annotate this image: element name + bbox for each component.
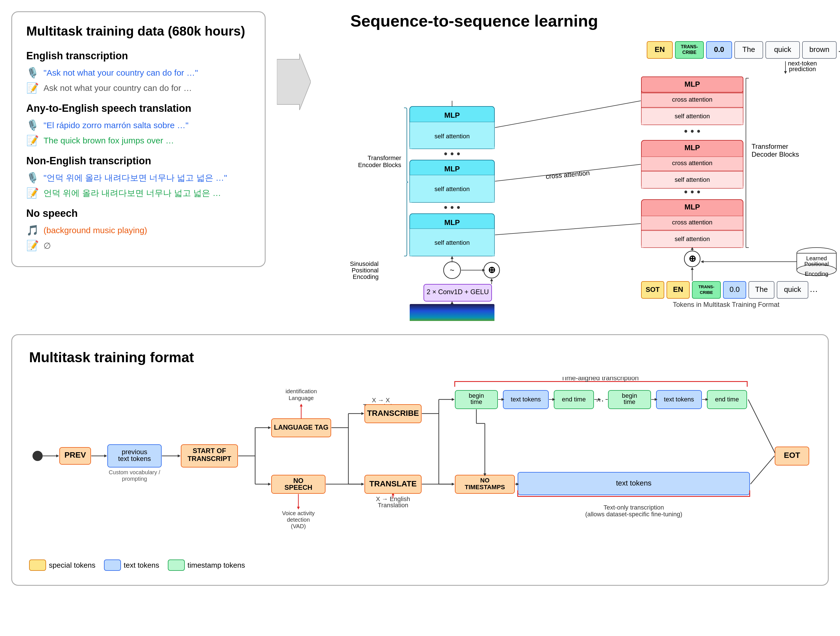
section-english-title: English transcription (26, 50, 251, 62)
nonenglish-text-1: "언덕 위에 올라 내려다보면 너무나 넓고 넓은 …" (44, 172, 227, 184)
svg-text:brown: brown (810, 45, 829, 54)
main-container: Multitask training data (680k hours) Eng… (0, 0, 840, 597)
big-arrow (277, 54, 311, 110)
nospeech-text-1: (background music playing) (44, 225, 147, 235)
bottom-section: Multitask training format PREV previous … (11, 334, 829, 586)
svg-text:The: The (742, 45, 755, 54)
svg-text:self attention: self attention (675, 235, 710, 242)
mic-icon-3: 🎙️ (26, 172, 39, 184)
svg-marker-68 (691, 267, 694, 270)
svg-marker-51 (701, 260, 704, 263)
english-text-1: "Ask not what your country can do for …" (44, 68, 198, 78)
svg-text:self attention: self attention (434, 239, 470, 246)
svg-text:TRANS-: TRANS- (698, 284, 715, 289)
svg-text:end time: end time (715, 396, 739, 403)
encoder-decoder-svg: EN TRANS- CRIBE 0.0 The quick brown … (322, 39, 840, 321)
nospeech-item-1: 🎵 (background music playing) (26, 224, 251, 236)
svg-text:end time: end time (562, 396, 586, 403)
legend-timestamp-label: timestamp tokens (188, 561, 245, 570)
svg-text:self attention: self attention (434, 133, 470, 140)
svg-marker-176 (452, 398, 455, 401)
nospeech-text-2: ∅ (44, 241, 51, 251)
svg-text:LANGUAGE TAG: LANGUAGE TAG (274, 423, 328, 431)
svg-text:TRANSLATE: TRANSLATE (369, 479, 417, 488)
svg-text:text tokens: text tokens (664, 396, 694, 403)
legend-timestamp: timestamp tokens (168, 559, 245, 571)
svg-text:previous: previous (122, 448, 147, 456)
svg-rect-226 (749, 490, 750, 496)
svg-text:2 × Conv1D + GELU: 2 × Conv1D + GELU (426, 288, 489, 296)
pencil-icon-2: 📝 (26, 135, 39, 146)
svg-text:MLP: MLP (444, 218, 460, 227)
svg-text:Tokens in Multitask Training F: Tokens in Multitask Training Format (673, 301, 780, 308)
nonenglish-text-2: 언덕 위에 올라 내려다보면 너무나 넓고 넓은 … (44, 187, 221, 199)
svg-text:MLP: MLP (685, 203, 700, 211)
svg-text:Positional: Positional (804, 261, 829, 267)
translation-text-1: "El rápido zorro marrón salta sobre …" (44, 121, 188, 130)
left-box: Multitask training data (680k hours) Eng… (11, 11, 265, 267)
svg-text:self attention: self attention (675, 176, 710, 183)
translation-item-1: 🎙️ "El rápido zorro marrón salta sobre …… (26, 120, 251, 131)
legend-special: special tokens (29, 559, 95, 571)
svg-text:TRANSCRIPT: TRANSCRIPT (188, 455, 231, 463)
svg-marker-157 (362, 412, 364, 415)
svg-text:SPEECH: SPEECH (284, 483, 313, 491)
svg-text:TIMESTAMPS: TIMESTAMPS (465, 483, 505, 491)
svg-marker-138 (268, 483, 271, 486)
nonenglish-item-2: 📝 언덕 위에 올라 내려다보면 너무나 넓고 넓은 … (26, 187, 251, 199)
nonenglish-item-1: 🎙️ "언덕 위에 올라 내려다보면 너무나 넓고 넓은 …" (26, 172, 251, 184)
svg-line-222 (748, 400, 775, 453)
svg-text:Transformer: Transformer (752, 143, 788, 150)
svg-text:Sinusoidal: Sinusoidal (350, 260, 379, 267)
svg-marker-0 (277, 54, 311, 110)
svg-text:…: … (595, 394, 604, 403)
svg-text:Encoding: Encoding (805, 271, 828, 277)
svg-text:EN: EN (673, 285, 683, 294)
flow-diagram-svg: PREV previous text tokens Custom vocabul… (29, 377, 826, 546)
left-box-title: Multitask training data (680k hours) (26, 24, 251, 39)
svg-text:Encoding: Encoding (353, 273, 379, 280)
svg-text:0.0: 0.0 (714, 45, 724, 54)
svg-rect-207 (747, 381, 748, 387)
svg-text:• • •: • • • (684, 125, 700, 137)
svg-text:NO: NO (480, 477, 489, 484)
section-nospeech-title: No speech (26, 208, 251, 219)
translation-item-2: 📝 The quick brown fox jumps over … (26, 135, 251, 146)
section-translation-title: Any-to-English speech translation (26, 102, 251, 114)
svg-marker-137 (268, 426, 271, 429)
svg-text:EN: EN (655, 45, 665, 54)
svg-text:Text-only transcription: Text-only transcription (603, 504, 664, 511)
svg-text:Learned: Learned (806, 255, 827, 261)
svg-text:detection: detection (287, 516, 309, 523)
svg-text:text tokens: text tokens (118, 455, 151, 463)
svg-text:TRANS-: TRANS- (681, 44, 698, 49)
svg-text:Voice activity: Voice activity (282, 510, 315, 516)
svg-text:(VAD): (VAD) (291, 523, 306, 529)
svg-text:NO: NO (293, 477, 303, 485)
svg-text:CRIBE: CRIBE (700, 290, 713, 295)
nospeech-item-2: 📝 ∅ (26, 240, 251, 252)
svg-text:cross attention: cross attention (672, 159, 712, 167)
translation-text-2: The quick brown fox jumps over … (44, 136, 174, 145)
svg-text:Encoder Blocks: Encoder Blocks (358, 162, 401, 168)
svg-text:prompting: prompting (122, 475, 147, 482)
legend-timestamp-color (168, 559, 185, 571)
svg-rect-206 (454, 381, 455, 387)
svg-text:prediction: prediction (789, 66, 816, 72)
svg-text:time: time (624, 398, 635, 405)
svg-text:text tokens: text tokens (511, 396, 541, 403)
svg-text:MLP: MLP (685, 80, 700, 88)
svg-marker-104 (451, 301, 453, 304)
svg-text:Positional: Positional (352, 267, 379, 274)
svg-rect-225 (517, 490, 518, 496)
svg-text:• • •: • • • (444, 148, 460, 159)
svg-marker-149 (297, 507, 300, 510)
svg-text:CRIBE: CRIBE (682, 50, 696, 55)
svg-text:MLP: MLP (444, 165, 460, 173)
pencil-icon-3: 📝 (26, 187, 39, 199)
svg-text:Time-aligned transcription: Time-aligned transcription (561, 377, 639, 382)
svg-text:⊕: ⊕ (688, 253, 696, 264)
music-icon: 🎵 (26, 224, 39, 236)
svg-point-116 (33, 451, 43, 461)
legend-text-label: text tokens (124, 561, 159, 570)
